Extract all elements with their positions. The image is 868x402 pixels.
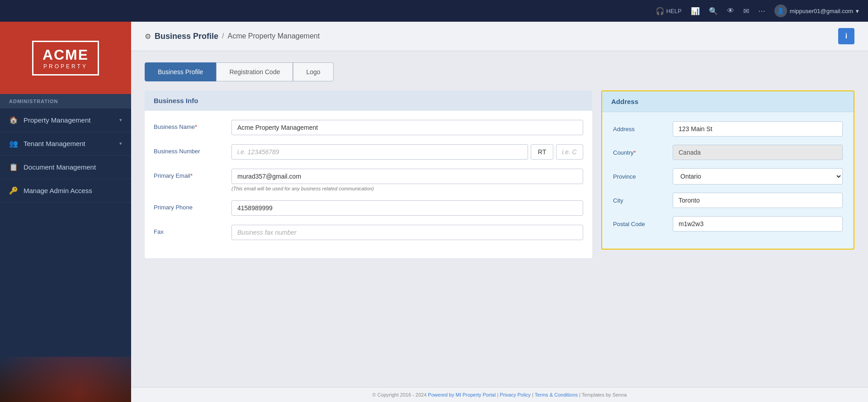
manage-admin-icon: 🔑	[9, 186, 18, 195]
business-name-row: Business Name*	[154, 120, 583, 135]
eye-icon: 👁	[727, 7, 734, 15]
fax-input[interactable]	[231, 225, 583, 240]
fax-row: Fax	[154, 225, 583, 240]
help-icon: 🎧	[656, 7, 665, 15]
business-number-suffix-input[interactable]	[556, 144, 583, 160]
charts-nav-item[interactable]: 📊	[691, 7, 700, 15]
country-required: *	[634, 149, 636, 156]
user-dropdown-icon: ▾	[856, 8, 859, 14]
info-button[interactable]: i	[838, 28, 854, 44]
sidebar-nav: 🏠 Property Management ▾ 👥 Tenant Managem…	[0, 109, 131, 357]
address-panel-body: Address Country*	[602, 112, 854, 249]
postal-code-row: Postal Code	[613, 216, 843, 232]
property-management-icon: 🏠	[9, 116, 18, 124]
fax-label: Fax	[154, 225, 226, 235]
primary-phone-input[interactable]	[231, 200, 583, 216]
sidebar: ACME PROPERTY ADMINISTRATION 🏠 Property …	[0, 22, 131, 402]
user-info[interactable]: 👤 mippuser01@gmail.com ▾	[774, 5, 859, 17]
business-number-code-input[interactable]	[531, 144, 553, 160]
avatar: 👤	[774, 5, 787, 17]
postal-code-input[interactable]	[673, 216, 843, 232]
search-icon: 🔍	[709, 7, 718, 15]
top-navigation: 🎧 HELP 📊 🔍 👁 ✉ ⋯ 👤 mippuser01@gmail.com …	[0, 0, 868, 22]
sidebar-bottom-gradient	[0, 357, 131, 402]
address-label: Address	[613, 126, 667, 132]
email-hint: (This email will be used for any busines…	[231, 186, 583, 191]
document-management-icon: 📋	[9, 163, 18, 171]
footer-privacy[interactable]: Privacy Policy	[500, 392, 530, 397]
business-number-main-input[interactable]	[231, 144, 528, 160]
footer-terms[interactable]: Terms & Conditions	[535, 392, 578, 397]
tabs-row: Business Profile Registration Code Logo	[145, 62, 854, 81]
tenant-management-label: Tenant Management	[24, 140, 114, 147]
province-select[interactable]: Ontario British Columbia Alberta Quebec …	[673, 168, 843, 184]
primary-phone-row: Primary Phone	[154, 200, 583, 216]
more-icon: ⋯	[758, 7, 765, 15]
search-nav-item[interactable]: 🔍	[709, 7, 718, 15]
sidebar-logo: ACME PROPERTY	[0, 22, 131, 94]
user-email: mippuser01@gmail.com	[790, 8, 853, 14]
city-input[interactable]	[673, 193, 843, 208]
breadcrumb-sub: Acme Property Management	[228, 32, 320, 40]
business-number-input-wrap	[231, 144, 583, 160]
help-nav-item[interactable]: 🎧 HELP	[656, 7, 682, 15]
primary-phone-label: Primary Phone	[154, 200, 226, 211]
chart-icon: 📊	[691, 7, 700, 15]
province-label: Province	[613, 173, 667, 180]
primary-phone-input-wrap	[231, 200, 583, 216]
breadcrumb-main: Business Profile	[155, 32, 218, 41]
business-number-label: Business Number	[154, 144, 226, 155]
breadcrumb-bar: ⚙ Business Profile / Acme Property Manag…	[131, 22, 868, 51]
content-area: ⚙ Business Profile / Acme Property Manag…	[131, 22, 868, 402]
primary-email-row: Primary Email* (This email will be used …	[154, 169, 583, 191]
footer-copyright: © Copyright 2016 - 2024	[373, 392, 427, 397]
more-nav-item[interactable]: ⋯	[758, 7, 765, 15]
address-input[interactable]	[673, 121, 843, 137]
primary-email-required: *	[190, 172, 193, 179]
sidebar-item-document-management[interactable]: 📋 Document Management	[0, 156, 131, 179]
business-name-input-wrap	[231, 120, 583, 135]
business-name-input[interactable]	[231, 120, 583, 135]
eye-nav-item[interactable]: 👁	[727, 7, 734, 15]
city-label: City	[613, 197, 667, 204]
country-row: Country*	[613, 145, 843, 160]
gear-icon: ⚙	[145, 32, 151, 41]
postal-code-label: Postal Code	[613, 221, 667, 227]
sidebar-item-property-management[interactable]: 🏠 Property Management ▾	[0, 109, 131, 132]
tenant-management-icon: 👥	[9, 139, 18, 148]
business-info-body: Business Name* Business Number	[145, 111, 592, 258]
tab-registration-code[interactable]: Registration Code	[216, 62, 293, 81]
sidebar-item-manage-admin-access[interactable]: 🔑 Manage Admin Access	[0, 179, 131, 203]
sidebar-bottom	[0, 357, 131, 402]
sidebar-item-tenant-management[interactable]: 👥 Tenant Management ▾	[0, 132, 131, 156]
tab-business-profile[interactable]: Business Profile	[145, 62, 216, 81]
country-input	[673, 145, 843, 160]
primary-email-input[interactable]	[231, 169, 583, 184]
fax-input-wrap	[231, 225, 583, 240]
main-layout: ACME PROPERTY ADMINISTRATION 🏠 Property …	[0, 22, 868, 402]
page-content: Business Profile Registration Code Logo …	[131, 51, 868, 387]
business-number-row: Business Number	[154, 144, 583, 160]
logo-property-text: PROPERTY	[42, 63, 89, 70]
address-panel: Address Address Country*	[601, 90, 854, 250]
business-name-label: Business Name*	[154, 120, 226, 130]
primary-email-input-wrap: (This email will be used for any busines…	[231, 169, 583, 191]
province-row: Province Ontario British Columbia Albert…	[613, 168, 843, 184]
property-management-label: Property Management	[24, 116, 114, 124]
mail-icon: ✉	[743, 7, 749, 15]
address-input-wrap	[673, 121, 843, 137]
address-row: Address	[613, 121, 843, 137]
property-management-arrow: ▾	[119, 117, 122, 123]
page-footer: © Copyright 2016 - 2024 Powered by MI Pr…	[131, 387, 868, 402]
admin-label: ADMINISTRATION	[0, 94, 131, 109]
province-select-wrap: Ontario British Columbia Alberta Quebec …	[673, 168, 843, 184]
tab-logo[interactable]: Logo	[293, 62, 333, 81]
postal-code-input-wrap	[673, 216, 843, 232]
business-number-fields	[231, 144, 583, 160]
logo-box: ACME PROPERTY	[32, 41, 99, 76]
breadcrumb-separator: /	[222, 32, 224, 40]
mail-nav-item[interactable]: ✉	[743, 7, 749, 15]
logo-acme-text: ACME	[42, 47, 89, 63]
document-management-label: Document Management	[24, 163, 122, 171]
footer-powered-by[interactable]: Powered by MI Property Portal	[428, 392, 496, 397]
